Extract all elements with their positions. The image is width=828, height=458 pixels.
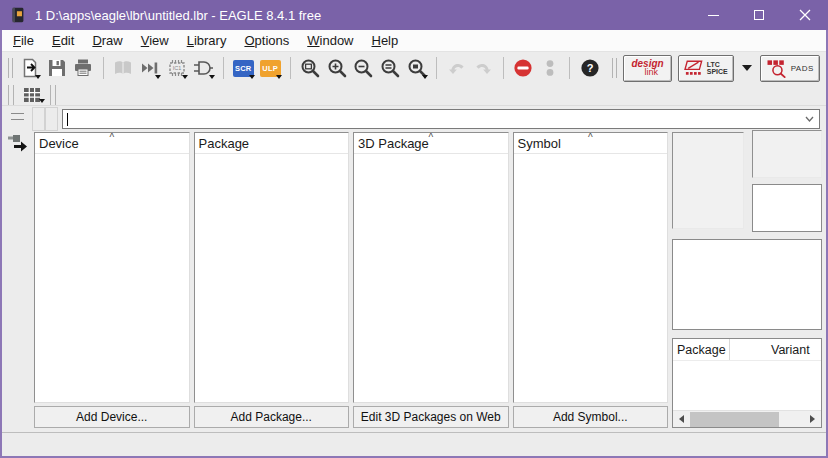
app-icon: [9, 5, 27, 25]
device-column-header[interactable]: Device ^: [35, 133, 189, 154]
package-column-header[interactable]: Package: [195, 133, 349, 154]
ltc-spice-icon: [684, 59, 704, 77]
route-tool-icon: [6, 130, 28, 152]
left-tool-rail: [2, 106, 32, 432]
library-book-button[interactable]: [113, 55, 134, 81]
device-edit-button[interactable]: [139, 55, 160, 81]
scrollbar-thumb[interactable]: [690, 412, 779, 427]
undo-button[interactable]: [446, 55, 467, 81]
symbol-column-header[interactable]: Symbol ^: [514, 133, 668, 154]
save-button[interactable]: [46, 55, 67, 81]
variant-table-header-package: Package: [673, 339, 730, 360]
ltc-spice-button[interactable]: LTC SPICE: [678, 55, 734, 82]
open-board-button[interactable]: [19, 55, 40, 81]
route-tool-button[interactable]: [6, 130, 28, 155]
save-icon: [47, 58, 67, 78]
add-device-button[interactable]: Add Device...: [34, 406, 190, 428]
combo-dropdown-icon[interactable]: [805, 116, 814, 122]
zoom-in-button[interactable]: [326, 55, 347, 81]
toolbar-separator: [290, 57, 291, 79]
maximize-button[interactable]: [736, 0, 782, 30]
add-package-button[interactable]: Add Package...: [194, 406, 350, 428]
pads-icon: [766, 59, 788, 78]
variant-table-hscrollbar[interactable]: [673, 410, 821, 427]
command-bar-handle[interactable]: [45, 107, 58, 131]
toolbar-handle[interactable]: [8, 85, 14, 105]
library-book-icon: [113, 58, 133, 78]
variant-table-body[interactable]: [673, 361, 821, 410]
eagle-library-window: 1 D:\apps\eagle\lbr\untitled.lbr - EAGLE…: [0, 0, 828, 458]
sort-asc-icon: ^: [588, 132, 593, 143]
workarea: Device ^ Add Device... Package: [2, 106, 826, 432]
scroll-right-button[interactable]: [804, 411, 821, 428]
print-button[interactable]: [73, 55, 94, 81]
menu-draw[interactable]: Draw: [83, 30, 131, 51]
menu-view[interactable]: View: [132, 30, 178, 51]
toolbar-handle[interactable]: [612, 58, 617, 78]
package-preview: [752, 130, 822, 178]
menu-window[interactable]: Window: [298, 30, 362, 51]
command-bar-handle[interactable]: [32, 107, 45, 131]
dropdown-arrow-icon: [742, 65, 752, 71]
close-button[interactable]: [782, 0, 828, 30]
menu-edit[interactable]: Edit: [43, 30, 83, 51]
menu-file[interactable]: File: [4, 30, 43, 51]
variant-table: Package Variant: [672, 338, 822, 428]
device-column: Device ^ Add Device...: [34, 132, 190, 428]
script-icon: SCR: [233, 60, 254, 77]
svg-text:?: ?: [586, 62, 593, 74]
toolbar-handle[interactable]: [8, 58, 13, 78]
add-symbol-button[interactable]: Add Symbol...: [513, 406, 669, 428]
package-list[interactable]: [195, 154, 349, 402]
package-3d-preview: [752, 184, 822, 232]
menubar: File Edit Draw View Library Options Wind…: [2, 30, 826, 52]
zoom-select-button[interactable]: [407, 55, 428, 81]
toolbar-handle[interactable]: [50, 85, 56, 105]
command-bar: [32, 106, 826, 132]
pads-button[interactable]: PADS: [760, 55, 820, 82]
minimize-icon: [708, 15, 719, 16]
device-list[interactable]: [35, 154, 189, 402]
menu-help[interactable]: Help: [363, 30, 408, 51]
rail-handle[interactable]: [11, 113, 24, 120]
zoom-in-icon: [327, 58, 347, 78]
toolbar-separator: [569, 57, 570, 79]
toolbar-separator: [436, 57, 437, 79]
package3d-column-header[interactable]: 3D Package ^: [354, 133, 508, 154]
symbol-preview: [672, 239, 822, 330]
symbol-edit-button[interactable]: [193, 55, 214, 81]
device-preview: [672, 132, 744, 229]
help-button[interactable]: ?: [579, 55, 600, 81]
variant-table-header-variant: Variant: [730, 343, 821, 357]
menu-library[interactable]: Library: [178, 30, 236, 51]
scroll-left-button[interactable]: [673, 411, 690, 428]
toolbar-separator: [103, 57, 104, 79]
dropdown-caret-icon: [155, 75, 161, 79]
design-link-button[interactable]: design link: [623, 55, 671, 82]
dropdown-caret-icon: [209, 75, 215, 79]
sort-asc-icon: ^: [109, 132, 114, 143]
package-edit-button[interactable]: IC1: [166, 55, 187, 81]
command-input[interactable]: [63, 110, 819, 128]
zoom-fit-button[interactable]: [300, 55, 321, 81]
menu-options[interactable]: Options: [235, 30, 298, 51]
grid-button[interactable]: [20, 85, 44, 105]
redo-icon: [473, 58, 493, 78]
ulp-button[interactable]: ULP: [260, 55, 281, 81]
svg-text:IC1: IC1: [172, 65, 181, 71]
ltc-spice-dropdown-button[interactable]: [740, 55, 754, 81]
zoom-out-button[interactable]: [353, 55, 374, 81]
scroll-left-icon: [679, 415, 684, 423]
zoom-out-icon: [353, 58, 373, 78]
symbol-list[interactable]: [514, 154, 668, 402]
zoom-redraw-button[interactable]: [380, 55, 401, 81]
redo-button[interactable]: [473, 55, 494, 81]
package3d-list[interactable]: [354, 154, 508, 402]
minimize-button[interactable]: [690, 0, 736, 30]
stop-button[interactable]: [513, 55, 534, 81]
script-button[interactable]: SCR: [233, 55, 254, 81]
titlebar[interactable]: 1 D:\apps\eagle\lbr\untitled.lbr - EAGLE…: [0, 0, 828, 30]
dropdown-caret-icon: [422, 75, 428, 79]
traffic-light-button[interactable]: [539, 55, 560, 81]
edit-3d-packages-button[interactable]: Edit 3D Packages on Web: [353, 406, 509, 428]
